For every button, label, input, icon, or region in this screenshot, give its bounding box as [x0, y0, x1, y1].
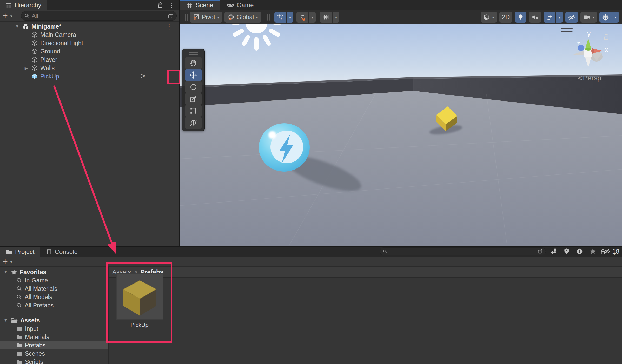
tab-console[interactable]: Console — [40, 247, 83, 257]
expander-icon[interactable]: ▼ — [15, 24, 20, 29]
global-button[interactable]: Global ▾ — [224, 12, 261, 23]
2d-toggle[interactable]: 2D — [499, 12, 513, 23]
effects-caret[interactable]: ▾ — [556, 12, 563, 23]
hierarchy-search-field[interactable] — [21, 11, 177, 21]
pivot-label: Pivot — [202, 14, 215, 21]
hierarchy-row-pickup[interactable]: PickUp > — [0, 72, 179, 80]
rect-tool[interactable] — [185, 105, 202, 117]
tab-scene[interactable]: Scene — [180, 0, 220, 10]
caret-down-icon: ▾ — [256, 15, 258, 19]
tab-project[interactable]: Project — [0, 247, 40, 257]
scale-tool[interactable] — [185, 93, 202, 105]
eye-slash-icon — [603, 248, 611, 255]
scene-canvas[interactable]: y x z — [180, 24, 622, 246]
tree-label: Input — [25, 325, 38, 332]
toolbar-grip[interactable] — [185, 14, 188, 21]
expander-icon[interactable]: ▼ — [3, 270, 8, 274]
favorites-star-icon[interactable] — [589, 248, 597, 255]
audio-toggle[interactable] — [529, 12, 541, 23]
grid-y-icon: Y — [277, 14, 284, 21]
ruler-icon — [322, 14, 330, 21]
folder-icon — [16, 334, 23, 340]
tools-overlay — [182, 49, 205, 131]
search-by-label-icon[interactable] — [563, 248, 570, 255]
hidden-items-counter[interactable]: 18 — [603, 248, 619, 255]
lock-icon-small — [604, 34, 608, 40]
tree-folder-scenes[interactable]: Scenes — [0, 349, 108, 358]
add-asset-caret-icon[interactable]: ▾ — [10, 260, 12, 264]
hierarchy-menu-icon[interactable]: ⋮ — [168, 2, 175, 9]
transform-tool[interactable] — [185, 117, 202, 129]
tree-favorite-in-game[interactable]: In-Game — [0, 276, 108, 285]
tree-favorite-all-materials[interactable]: All Materials — [0, 285, 108, 293]
svg-text:Y: Y — [280, 17, 282, 21]
lighting-toggle[interactable] — [515, 12, 526, 23]
open-new-window-icon[interactable] — [168, 13, 174, 19]
tab-hierarchy-label: Hierarchy — [15, 2, 41, 9]
add-caret-icon[interactable]: ▾ — [10, 14, 12, 18]
tree-folder-materials[interactable]: Materials — [0, 333, 108, 341]
grid-visibility-toggle[interactable]: Y — [274, 12, 286, 23]
grid-snapping-caret[interactable]: ▾ — [309, 12, 316, 23]
gizmos-caret[interactable]: ▾ — [612, 12, 619, 23]
hierarchy-row-ground[interactable]: Ground — [0, 47, 179, 56]
expander-icon[interactable]: ▶ — [24, 66, 29, 71]
add-asset-button[interactable]: + — [3, 257, 8, 266]
tree-folder-input[interactable]: Input — [0, 325, 108, 333]
grid-visibility-caret[interactable]: ▾ — [287, 12, 294, 23]
add-gameobject-button[interactable]: + — [3, 11, 8, 20]
project-search-input[interactable] — [389, 248, 536, 255]
open-new-window-icon[interactable] — [537, 248, 543, 254]
pivot-button[interactable]: Pivot ▾ — [190, 12, 222, 23]
grid-snapping-toggle[interactable] — [296, 12, 308, 23]
tab-hierarchy[interactable]: Hierarchy — [0, 0, 47, 10]
asset-item-pickup[interactable]: PickUp — [116, 273, 163, 328]
move-icon — [189, 71, 197, 79]
overlay-drag-handle[interactable] — [189, 52, 198, 55]
shading-mode-button[interactable]: ▾ — [481, 12, 497, 23]
hierarchy-row-scene[interactable]: ▼ Minigame* ⋮ — [0, 22, 179, 31]
hierarchy-row-player[interactable]: Player — [0, 56, 179, 64]
hierarchy-icon — [6, 2, 12, 8]
hierarchy-search-input[interactable] — [31, 12, 166, 19]
scene-visibility-toggle[interactable] — [565, 12, 578, 23]
project-folder-icon — [6, 249, 12, 255]
tab-game[interactable]: Game — [220, 0, 260, 10]
hierarchy-row-walls[interactable]: ▶ Walls — [0, 64, 179, 72]
camera-settings-button[interactable]: ▾ — [580, 12, 597, 23]
folder-icon — [16, 342, 23, 348]
lock-icon[interactable] — [157, 2, 164, 9]
tree-folder-prefabs-selected[interactable]: Prefabs — [0, 341, 108, 349]
gizmos-toggle[interactable] — [599, 12, 612, 23]
tree-assets[interactable]: ▼ Assets — [0, 316, 108, 325]
hierarchy-row-directional-light[interactable]: Directional Light — [0, 39, 179, 47]
snap-increment-button[interactable] — [320, 12, 332, 23]
hierarchy-row-main-camera[interactable]: Main Camera — [0, 31, 179, 39]
saved-search-icon — [16, 294, 22, 300]
rotate-tool[interactable] — [185, 81, 202, 93]
tree-favorite-all-prefabs[interactable]: All Prefabs — [0, 301, 108, 309]
camera-projection-toggle[interactable]: < Persp — [578, 74, 601, 83]
caret-down-icon: ▾ — [558, 15, 560, 19]
tree-label: In-Game — [25, 277, 48, 284]
snap-increment-caret[interactable]: ▾ — [333, 12, 340, 23]
tree-favorites[interactable]: ▼ Favorites — [0, 268, 108, 276]
orientation-gizmo[interactable]: y x z — [563, 26, 613, 80]
search-by-type-icon[interactable] — [550, 248, 557, 255]
move-tool[interactable] — [185, 69, 202, 81]
show-children-chevron[interactable]: > — [141, 71, 145, 80]
view-hand-tool[interactable] — [185, 57, 202, 69]
tree-favorite-all-models[interactable]: All Models — [0, 293, 108, 301]
scene-options-icon[interactable]: ⋮ — [166, 23, 173, 30]
search-icon — [24, 13, 30, 19]
expander-icon[interactable]: ▼ — [3, 318, 8, 323]
toolbar-grip[interactable] — [267, 14, 270, 21]
persp-label: Persp — [583, 74, 601, 82]
overlay-menu-handle[interactable] — [561, 26, 573, 33]
effects-toggle[interactable] — [544, 12, 555, 23]
project-search-field[interactable] — [380, 247, 546, 255]
preset-icon[interactable] — [576, 248, 583, 255]
search-icon — [382, 249, 388, 254]
tree-folder-scripts[interactable]: Scripts — [0, 358, 108, 364]
transform-icon — [190, 119, 197, 126]
